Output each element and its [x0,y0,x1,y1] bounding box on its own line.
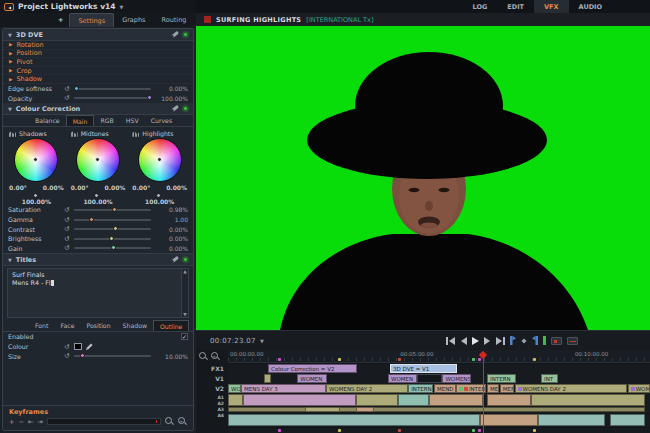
playhead[interactable] [483,352,484,433]
expand-triangle-icon[interactable]: ▶ [9,51,12,56]
timeline-clip[interactable]: 3D DVE = V1 [390,364,457,373]
colour-wheel[interactable] [14,138,58,182]
chevron-down-icon[interactable]: ▼ [119,4,123,10]
app-title[interactable]: Project Lightworks v14 [18,2,115,11]
timeline-clip[interactable] [228,394,243,406]
track-header-v2[interactable]: V2 [215,385,224,392]
add-keyframe-icon[interactable]: + [9,418,14,426]
timeline-marker[interactable] [472,429,475,432]
goto-mark-out-icon[interactable] [496,337,505,345]
colour-wheel[interactable] [76,138,120,182]
collapse-triangle-icon[interactable]: ▼ [8,106,12,112]
timeline-marker[interactable] [338,429,341,432]
cc-tab-hsv[interactable]: HSV [120,115,145,126]
colour-correction-section-header[interactable]: ▼ Colour Correction [3,103,193,115]
next-keyframe-icon[interactable]: ⇥ [37,418,42,426]
timeline-clip[interactable] [305,407,340,412]
timeline-clip[interactable]: Colour Correction = V2 [268,364,357,373]
play-icon[interactable] [472,337,479,345]
timeline-clip[interactable]: MEND [500,384,514,393]
titles-tab-face[interactable]: Face [54,320,80,331]
mode-tab-audio[interactable]: AUDIO [569,0,612,13]
settings-wrench-icon[interactable] [171,31,179,38]
titles-tab-font[interactable]: Font [29,320,54,331]
timeline-track-row[interactable]: Colour Correction = V23D DVE = V1 [228,364,650,374]
timeline-clip[interactable] [228,414,480,426]
prev-keyframe-icon[interactable]: ⇤ [28,418,33,426]
collapse-triangle-icon[interactable]: ▼ [8,32,12,38]
dve-group-pivot[interactable]: ▶Pivot [3,58,193,67]
enabled-checkbox[interactable]: ✓ [181,333,188,340]
timeline-clip[interactable] [538,414,605,426]
timeline-clip[interactable]: MEN [487,384,499,393]
enabled-led-icon[interactable] [183,106,188,111]
titles-tab-shadow[interactable]: Shadow [117,320,153,331]
expand-triangle-icon[interactable]: ▶ [9,77,12,82]
timeline-view-button[interactable] [567,337,578,345]
reset-icon[interactable]: ↺ [63,343,71,351]
timeline-track-row[interactable]: WOMENWOMENWOMENSINTERNINT [228,374,650,384]
timeline-clip[interactable]: INTERNA [408,384,433,393]
scroll-down-icon[interactable]: ▼ [182,312,188,317]
timeline-clip[interactable] [243,394,356,406]
dve-group-crop[interactable]: ▶Crop [3,67,193,76]
wheel-center-handle[interactable] [95,157,100,162]
timeline-track-row[interactable] [228,407,650,413]
reset-icon[interactable]: ↺ [63,235,71,243]
track-header-fx1[interactable]: FX1 [211,365,224,372]
timeline-zoom-in-icon[interactable]: + [211,352,220,361]
cc-gain-slider[interactable] [74,247,151,249]
timeline-clip[interactable]: WOMENS DAY 2 [515,384,627,393]
keyframes-zoom-out-icon[interactable] [165,417,174,426]
titles-tab-position[interactable]: Position [80,320,116,331]
settings-wrench-icon[interactable] [171,105,179,112]
timecode-display[interactable]: 00:07:23.07▼ [210,337,264,345]
enabled-led-icon[interactable] [183,257,188,262]
track-header-v1[interactable]: V1 [215,375,224,382]
slider-knob[interactable] [109,236,114,241]
dve-group-position[interactable]: ▶Position [3,50,193,59]
mode-tab-log[interactable]: LOG [463,0,498,13]
eyedropper-pencil-icon[interactable] [85,343,93,351]
timeline-clip[interactable] [356,407,374,412]
reset-icon[interactable]: ↺ [63,225,71,233]
dve-group-shadow[interactable]: ▶Shadow [3,75,193,84]
titles-tab-outline[interactable]: Outline [153,320,189,331]
cc-brightness-slider[interactable] [74,238,151,240]
colour-swatch[interactable] [74,343,82,350]
timeline-clip[interactable]: WOMEN [628,384,650,393]
wheel-center-handle[interactable] [157,157,162,162]
keyframes-timeline-bar[interactable] [47,418,161,425]
slider-knob[interactable] [74,86,79,91]
timeline-tracks-area[interactable]: 00:00:00.0000:05:00.0000:10:00.00 Colour… [228,350,650,433]
timeline-clip[interactable]: WOMEN [297,374,327,383]
timeline-clip[interactable] [429,394,483,406]
track-header-a1[interactable]: A1 [217,395,224,400]
goto-mark-in-icon[interactable] [446,337,455,345]
add-tab-button[interactable]: + [52,13,69,27]
reset-icon[interactable]: ↺ [63,206,71,214]
timeline-clip[interactable] [480,414,538,426]
timeline-clip[interactable] [610,414,645,426]
timeline-clip[interactable]: WOMENS [442,374,471,383]
slider-knob[interactable] [89,217,94,222]
reset-icon[interactable]: ↺ [63,352,71,360]
timeline-track-row[interactable] [228,414,650,427]
cc-contrast-slider[interactable] [74,228,151,230]
mark-out-icon[interactable] [532,336,538,345]
dve-opacity-slider[interactable] [74,97,151,99]
timeline-ruler[interactable]: 00:00:00.0000:05:00.0000:10:00.00 [228,350,650,363]
enabled-led-icon[interactable] [183,32,188,37]
timeline-marker[interactable] [472,358,475,361]
timeline-clip[interactable] [417,374,441,383]
slider-knob[interactable] [112,207,117,212]
timeline-clip[interactable] [356,394,398,406]
timeline-marker[interactable] [278,358,281,361]
timeline-clip[interactable] [398,394,429,406]
slider-knob[interactable] [113,226,118,231]
panel-tab-settings[interactable]: Settings [69,13,114,27]
audio-level-icon[interactable] [543,336,546,345]
timeline-zoom-out-icon[interactable] [199,352,208,361]
expand-triangle-icon[interactable]: ▶ [9,59,12,64]
histogram-icon[interactable] [9,131,16,137]
